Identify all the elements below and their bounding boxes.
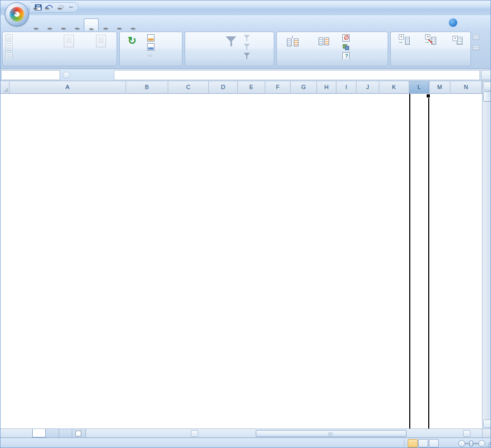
scroll-down-button[interactable] [483,420,491,428]
zoom-slider-thumb[interactable] [469,441,473,446]
tab-review-keytip [103,28,108,29]
col-header-A[interactable]: A [9,81,126,94]
tab-insert-keytip [47,28,52,29]
vertical-scrollbar[interactable] [482,81,491,428]
sort-descending-button[interactable] [187,44,198,53]
sheet-tab-sheet1[interactable] [32,429,46,437]
group-rows-icon [398,34,411,48]
select-all-corner[interactable] [1,81,9,94]
col-header-C[interactable]: C [168,81,209,94]
save-keytip [33,8,37,9]
from-other-sources-button[interactable] [53,34,84,48]
existing-connections-button[interactable] [85,34,116,48]
consolidate-icon [342,43,350,51]
col-header-G[interactable]: G [291,81,317,94]
group-label [277,59,388,66]
filter-button[interactable] [221,34,241,48]
tab-home[interactable] [29,18,43,31]
resize-grip[interactable] [485,442,490,447]
help-button[interactable] [449,18,457,27]
redo-button[interactable] [57,3,66,12]
tab-insert[interactable] [43,18,56,31]
page-layout-view-button[interactable] [418,439,428,447]
group-button[interactable] [393,34,416,48]
mini-table [287,38,292,46]
edit-links-icon [147,52,155,60]
mini-table [324,37,329,45]
office-button[interactable] [5,2,29,26]
col-header-F[interactable]: F [265,81,291,94]
col-header-B[interactable]: B [126,81,168,94]
clear-filter-button[interactable] [242,34,254,42]
formula-bar-splitter[interactable] [63,72,70,79]
properties-icon [147,43,155,51]
sort-button[interactable] [199,34,220,48]
consolidate-button[interactable] [341,43,353,51]
tab-acrobat[interactable] [126,18,140,31]
customize-qat-button[interactable] [69,7,73,8]
sheet-tab-bar [1,428,491,437]
zoom-in-button[interactable] [478,440,485,447]
connections-button[interactable] [146,34,158,42]
normal-view-button[interactable] [408,439,418,447]
group-label [120,59,182,66]
col-header-N[interactable]: N [450,81,482,94]
scroll-right-button[interactable] [463,430,470,437]
tab-view-keytip [117,28,121,29]
office-button-keytip [12,13,16,14]
sort-ascending-button[interactable] [187,34,198,42]
scroll-up-button[interactable] [483,82,491,90]
undo-button[interactable] [46,3,54,12]
subtotal-button[interactable] [446,34,470,48]
mini-table [457,37,463,45]
tab-review[interactable] [99,18,112,31]
sheet-tab-sheet3[interactable] [59,429,72,437]
ribbon-tabs [29,18,140,31]
zoom-out-button[interactable] [458,440,465,447]
hide-detail-button[interactable] [473,45,479,51]
vertical-scrollbar-thumb[interactable] [483,91,491,102]
col-header-I[interactable]: I [336,81,357,94]
undo-keytip [45,8,49,9]
remove-duplicates-button[interactable] [307,34,340,48]
expand-formula-bar-button[interactable] [481,70,491,80]
page-break-preview-button[interactable] [429,439,439,447]
group-connections [119,32,182,66]
show-detail-button[interactable] [473,35,479,40]
col-header-K[interactable]: K [379,81,409,94]
properties-button[interactable] [146,43,158,51]
formula-input[interactable] [114,70,480,80]
horizontal-scrollbar-thumb[interactable] [256,430,407,437]
refresh-all-button[interactable] [121,34,145,48]
col-header-J[interactable]: J [357,81,379,94]
tab-view[interactable] [112,18,126,31]
col-header-D[interactable]: D [209,81,238,94]
name-box[interactable] [1,70,60,80]
group-label [3,59,117,66]
col-header-H[interactable]: H [317,81,336,94]
col-header-M[interactable]: M [429,81,450,94]
tab-formulas[interactable] [70,18,84,31]
quick-access-toolbar [30,2,79,13]
worksheet-grid[interactable] [1,94,482,428]
from-web-button[interactable] [4,43,16,51]
tab-page-layout[interactable] [56,18,70,31]
from-access-button[interactable] [4,34,16,42]
insert-worksheet-button[interactable] [72,429,86,437]
sort-az-ascending-icon [188,34,197,42]
ungroup-button[interactable] [417,34,445,48]
data-validation-icon [342,34,350,42]
scroll-left-button[interactable] [191,430,198,437]
sheet-tab-sheet2[interactable] [46,429,59,437]
reapply-filter-button[interactable] [242,43,254,51]
tab-formulas-keytip [75,28,79,29]
save-button[interactable] [34,3,43,12]
text-to-columns-button[interactable] [279,34,306,48]
horizontal-scrollbar[interactable] [88,429,482,437]
tab-data[interactable] [84,18,99,31]
data-validation-button[interactable] [341,34,356,42]
remove-duplicates-icon [317,34,331,48]
col-header-L[interactable]: L [409,81,429,94]
col-header-E[interactable]: E [238,81,265,94]
web-page-icon [5,43,13,51]
